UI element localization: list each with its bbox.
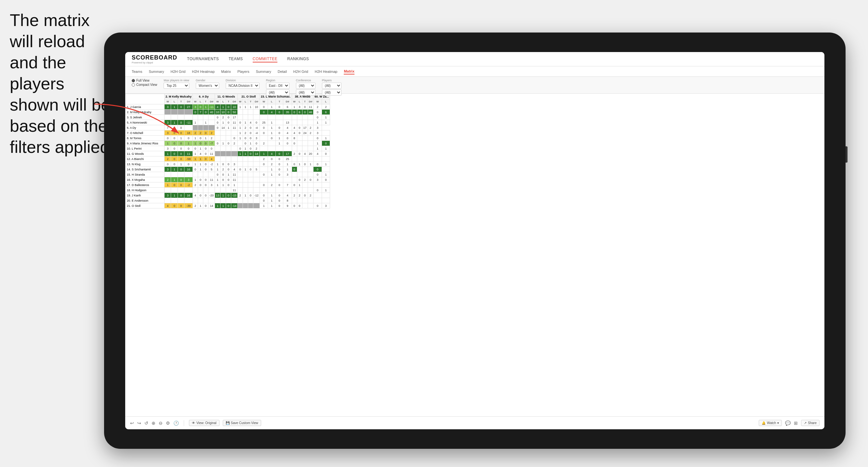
nav-tournaments[interactable]: TOURNAMENTS [187, 56, 219, 62]
redo-icon[interactable]: ↪ [137, 421, 141, 426]
cell [308, 172, 313, 177]
division-select[interactable]: NCAA Division II [226, 83, 259, 89]
cell [226, 156, 231, 162]
sub-nav-matrix2[interactable]: Matrix [344, 69, 354, 74]
max-players-select[interactable]: Top 25 [163, 83, 189, 89]
cell: 0 [178, 177, 184, 182]
region-select[interactable]: East - DII [266, 83, 289, 89]
cell: 1 [322, 120, 330, 125]
cell: 0 [292, 182, 297, 188]
sub-nav-h2h-heatmap2[interactable]: H2H Heatmap [315, 69, 338, 74]
cell [322, 167, 330, 172]
sub-nav-summary[interactable]: Summary [149, 69, 164, 74]
cell: 0 [297, 130, 302, 135]
cell [178, 172, 184, 177]
compact-view-radio[interactable]: Compact View [132, 83, 157, 87]
cell: 0 [171, 146, 178, 151]
sub-nav-matrix[interactable]: Matrix [221, 69, 231, 74]
view-original-button[interactable]: 👁 View: Original [189, 420, 219, 426]
cell: 1 [322, 188, 330, 193]
gender-select[interactable]: Women's [196, 83, 219, 89]
cell [308, 120, 313, 125]
conference-select[interactable]: (All) [296, 83, 315, 89]
nav-rankings[interactable]: RANKINGS [287, 56, 309, 62]
sub-col-l1: L [171, 99, 178, 104]
cell [184, 188, 193, 193]
cell [198, 120, 203, 125]
sub-nav-summary2[interactable]: Summary [256, 69, 271, 74]
settings-icon[interactable]: ⚙ [166, 421, 170, 426]
cell [248, 110, 253, 115]
sub-nav-h2h-grid[interactable]: H2H Grid [170, 69, 185, 74]
cell [302, 120, 308, 125]
sub-col-t4: T [248, 99, 253, 104]
cell: 1 [178, 135, 184, 141]
sub-col-w2: W [193, 99, 198, 104]
sub-col-dif1: Dif [184, 99, 193, 104]
player-name-11: 11. G Woods [126, 151, 164, 156]
cell: 1 [171, 193, 178, 198]
zoom-out-icon[interactable]: ⊖ [159, 421, 163, 426]
cell: 0 [178, 130, 184, 135]
players-select[interactable]: (All) [322, 83, 341, 89]
watch-button[interactable]: 🔔 Watch ▾ [759, 420, 782, 426]
refresh-icon[interactable]: ↺ [145, 421, 148, 426]
cell [220, 135, 226, 141]
cell [203, 125, 209, 130]
cell [203, 188, 209, 193]
cell: 13 [215, 193, 220, 198]
comment-icon[interactable]: 💬 [785, 421, 790, 426]
cell [171, 198, 178, 203]
share-button[interactable]: ↗ Share [801, 420, 819, 426]
cell: 0 [313, 172, 322, 177]
cell: 1 [268, 120, 276, 125]
cell: 4 [283, 125, 292, 130]
cell: 0 [248, 130, 253, 135]
gender-label: Gender [196, 79, 219, 82]
cell: 0 [313, 167, 322, 172]
cell: 0 [313, 203, 322, 209]
grid-icon[interactable]: ⊞ [794, 421, 798, 426]
cell [215, 146, 220, 151]
cell [283, 115, 292, 120]
save-custom-button[interactable]: 💾 Save Custom View [223, 420, 261, 426]
sub-nav-players[interactable]: Players [238, 69, 249, 74]
nav-committee[interactable]: COMMITTEE [253, 56, 278, 62]
col-header-4: 21. O Stoll [238, 94, 260, 99]
full-view-radio[interactable]: Full View [132, 79, 157, 82]
nav-teams[interactable]: TEAMS [229, 56, 243, 62]
cell [184, 125, 193, 130]
cell [164, 188, 171, 193]
cell [171, 188, 178, 193]
cell [171, 172, 178, 177]
app-header: SCOREBOARD Powered by clippd TOURNAMENTS… [125, 52, 825, 66]
cell: 1 [193, 151, 198, 156]
clock-icon[interactable]: 🕐 [173, 421, 179, 426]
cell [302, 172, 308, 177]
matrix-area[interactable]: 2. M Kelly Mulcahy 6. A Dy 11. G Woods 2… [125, 94, 825, 416]
cell [253, 182, 260, 188]
cell [275, 115, 283, 120]
undo-icon[interactable]: ↩ [130, 421, 134, 426]
cell: 14 [253, 151, 260, 156]
save-custom-label: Save Custom View [231, 421, 258, 425]
cell: 0 [253, 120, 260, 125]
cell [231, 198, 238, 203]
cell: 10 [231, 104, 238, 110]
sub-col-l3: L [220, 99, 226, 104]
cell: 1 [313, 120, 322, 125]
cell [238, 198, 243, 203]
cell: 1 [297, 182, 302, 188]
sub-nav-teams[interactable]: Teams [132, 69, 142, 74]
sub-nav-h2h-heatmap[interactable]: H2H Heatmap [192, 69, 215, 74]
cell [215, 156, 220, 162]
sub-nav-h2h-grid2[interactable]: H2H Grid [293, 69, 308, 74]
zoom-in-icon[interactable]: ⊕ [152, 421, 155, 426]
cell: 0 [193, 167, 198, 172]
cell: 0 [184, 135, 193, 141]
cell: 4 [164, 203, 171, 209]
player-name-7: 7. O Mitchell [126, 130, 164, 135]
sub-nav-detail[interactable]: Detail [278, 69, 287, 74]
cell: 10 [215, 110, 220, 115]
sub-col-dif3: Dif [231, 99, 238, 104]
